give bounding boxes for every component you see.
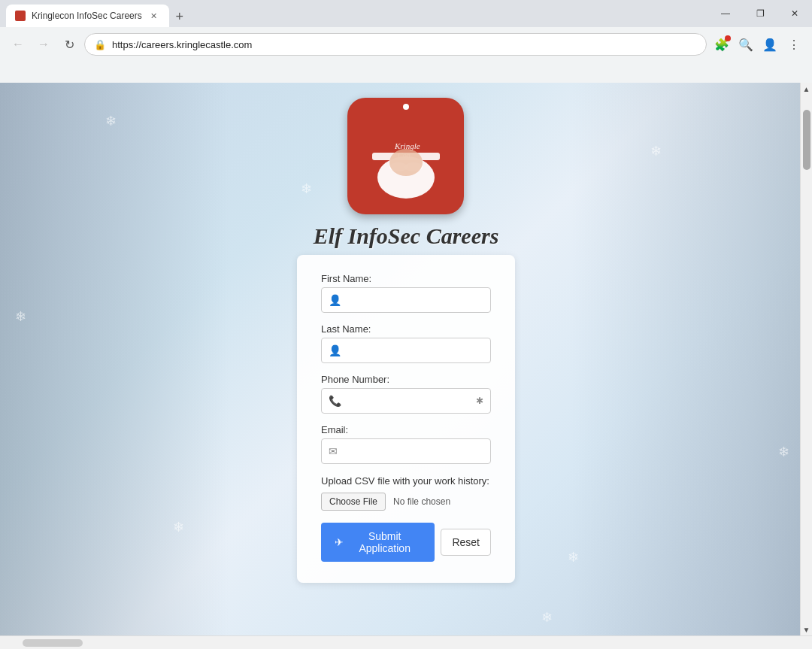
toolbar-icons: 🧩 🔍 👤 ⋮ <box>711 34 804 55</box>
snowflake-7: ❄ <box>568 549 579 566</box>
close-button[interactable]: ✕ <box>777 2 812 25</box>
submit-button[interactable]: ✈ Submit Application <box>321 523 435 562</box>
snowflake-6: ❄ <box>173 519 184 535</box>
snowflake-3: ❄ <box>301 180 312 197</box>
back-button[interactable]: ← <box>8 34 29 55</box>
address-bar-row: ← → ↻ 🔒 https://careers.kringlecastle.co… <box>0 27 812 62</box>
first-name-input-wrap: 👤 <box>321 287 491 313</box>
menu-button[interactable]: ⋮ <box>783 34 804 55</box>
new-tab-button[interactable]: + <box>169 6 190 27</box>
send-icon: ✈ <box>335 536 344 548</box>
site-title: Elf InfoSec Careers <box>314 223 499 249</box>
last-name-label: Last Name: <box>321 323 491 335</box>
notification-badge <box>725 35 731 41</box>
logo-svg: Kringle Con <box>357 111 455 202</box>
tab-strip: Kringlecon InfoSec Careers ✕ + <box>0 0 708 27</box>
vertical-scrollbar: ▲ ▼ <box>800 83 812 635</box>
address-bar[interactable]: 🔒 https://careers.kringlecastle.com <box>84 33 707 56</box>
snowflake-4: ❄ <box>15 308 26 325</box>
email-input[interactable] <box>321 438 491 464</box>
browser-chrome: Kringlecon InfoSec Careers ✕ + — ❐ ✕ ← →… <box>0 0 812 83</box>
horizontal-scrollbar <box>0 635 812 649</box>
email-label: Email: <box>321 424 491 435</box>
search-button[interactable]: 🔍 <box>735 34 756 55</box>
last-name-input-wrap: 👤 <box>321 338 491 363</box>
email-group: Email: ✉ <box>321 424 491 464</box>
horizontal-scroll-thumb[interactable] <box>23 639 83 647</box>
upload-label: Upload CSV file with your work history: <box>321 475 491 488</box>
snowflake-2: ❄ <box>650 143 662 159</box>
phone-input[interactable] <box>321 388 491 414</box>
file-chosen-text: No file chosen <box>393 496 450 507</box>
reset-button[interactable]: Reset <box>441 529 491 556</box>
application-form: First Name: 👤 Last Name: 👤 Phone Number:… <box>297 255 515 583</box>
phone-label: Phone Number: <box>321 374 491 385</box>
window-controls: — ❐ ✕ <box>708 0 812 27</box>
logo-container: Kringle Con Elf InfoSec Careers <box>314 98 499 249</box>
snowflake-5: ❄ <box>778 444 789 460</box>
snowflake-1: ❄ <box>105 113 117 129</box>
bg-people-right <box>511 83 812 635</box>
active-tab[interactable]: Kringlecon InfoSec Careers ✕ <box>6 5 169 27</box>
svg-point-6 <box>389 149 423 176</box>
bg-people-left <box>0 83 286 635</box>
asterisk-icon: ✱ <box>476 396 483 406</box>
refresh-button[interactable]: ↻ <box>59 34 80 55</box>
scroll-down-arrow[interactable]: ▼ <box>801 623 813 635</box>
first-name-label: First Name: <box>321 273 491 284</box>
maximize-button[interactable]: ❐ <box>743 2 777 25</box>
scroll-up-arrow[interactable]: ▲ <box>801 83 813 95</box>
site-logo: Kringle Con <box>347 98 464 214</box>
extension-button-1[interactable]: 🧩 <box>711 34 732 55</box>
first-name-group: First Name: 👤 <box>321 273 491 313</box>
lock-icon: 🔒 <box>94 39 106 50</box>
tab-title: Kringlecon InfoSec Careers <box>32 11 142 21</box>
upload-group: Upload CSV file with your work history: … <box>321 475 491 511</box>
url-display: https://careers.kringlecastle.com <box>112 39 697 50</box>
last-name-input[interactable] <box>321 338 491 363</box>
scrollbar-track[interactable] <box>801 95 812 623</box>
file-upload-row: Choose File No file chosen <box>321 493 491 511</box>
tab-favicon <box>15 11 26 21</box>
phone-input-wrap: 📞 ✱ <box>321 388 491 414</box>
phone-group: Phone Number: 📞 ✱ <box>321 374 491 414</box>
snowflake-8: ❄ <box>541 609 553 626</box>
tab-close-button[interactable]: ✕ <box>148 10 160 22</box>
page-content: ❄ ❄ ❄ ❄ ❄ ❄ ❄ ❄ Kringle Con Elf InfoSe <box>0 83 812 635</box>
profile-button[interactable]: 👤 <box>759 34 780 55</box>
forward-button[interactable]: → <box>33 34 54 55</box>
title-bar: Kringlecon InfoSec Careers ✕ + — ❐ ✕ <box>0 0 812 27</box>
scrollbar-thumb[interactable] <box>803 110 810 170</box>
last-name-group: Last Name: 👤 <box>321 323 491 363</box>
minimize-button[interactable]: — <box>708 2 743 25</box>
first-name-input[interactable] <box>321 287 491 313</box>
email-input-wrap: ✉ <box>321 438 491 464</box>
submit-label: Submit Application <box>348 530 421 554</box>
form-actions: ✈ Submit Application Reset <box>321 523 491 562</box>
choose-file-button[interactable]: Choose File <box>321 493 386 511</box>
